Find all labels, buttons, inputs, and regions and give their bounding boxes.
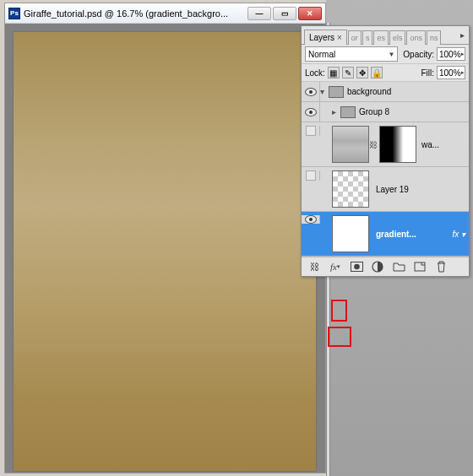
layer-mask-icon[interactable] bbox=[349, 260, 364, 273]
mask-thumbnail[interactable] bbox=[379, 126, 416, 163]
delete-layer-icon[interactable] bbox=[433, 260, 449, 273]
layer-row[interactable]: ▸ Group 8 bbox=[302, 102, 469, 122]
blend-opacity-row: Normal ▼ Opacity: 100%▸ bbox=[302, 45, 469, 64]
tab-other[interactable]: or bbox=[348, 30, 362, 45]
fill-label: Fill: bbox=[421, 68, 434, 78]
tab-other[interactable]: ons bbox=[406, 30, 426, 45]
folder-icon bbox=[329, 86, 344, 98]
tab-other[interactable]: s bbox=[362, 30, 373, 45]
highlight-box bbox=[328, 327, 351, 347]
visibility-toggle[interactable] bbox=[306, 170, 316, 181]
layer-row[interactable]: ▾ background bbox=[302, 82, 469, 102]
fx-badge[interactable]: fx ▾ bbox=[452, 230, 465, 239]
dropdown-icon: ▼ bbox=[388, 51, 394, 58]
eye-icon[interactable] bbox=[305, 88, 317, 96]
svg-rect-3 bbox=[415, 262, 425, 271]
document-title: Giraffe_tutorial.psd @ 16.7% (gradient_b… bbox=[24, 8, 247, 19]
blend-mode-select[interactable]: Normal ▼ bbox=[305, 46, 398, 62]
svg-point-1 bbox=[354, 264, 360, 270]
panel-footer: ⛓ fx▾ bbox=[302, 257, 469, 276]
tab-other[interactable]: ns bbox=[427, 30, 442, 45]
panel-menu-icon[interactable]: ▸ bbox=[457, 30, 467, 40]
collapse-toggle[interactable]: ▸ bbox=[332, 107, 340, 116]
opacity-input[interactable]: 100%▸ bbox=[437, 47, 465, 61]
document-window: Ps Giraffe_tutorial.psd @ 16.7% (gradien… bbox=[4, 3, 326, 473]
link-layers-icon[interactable]: ⛓ bbox=[307, 260, 322, 273]
tab-other[interactable]: els bbox=[389, 30, 406, 45]
layer-name: gradient... bbox=[376, 230, 416, 239]
layer-name: Layer 19 bbox=[376, 185, 409, 194]
layers-list: ▾ background ▸ Group 8 ⛓ wa... bbox=[302, 82, 469, 257]
highlight-box bbox=[331, 300, 347, 322]
layer-thumbnail[interactable] bbox=[332, 215, 369, 252]
opacity-label: Opacity: bbox=[403, 50, 434, 59]
layer-thumbnail[interactable] bbox=[332, 170, 369, 208]
mask-link-icon[interactable]: ⛓ bbox=[369, 140, 376, 149]
blend-mode-value: Normal bbox=[308, 50, 335, 59]
maximize-button[interactable]: ▭ bbox=[273, 7, 296, 20]
layer-thumbnail[interactable] bbox=[332, 126, 369, 163]
lock-label: Lock: bbox=[305, 68, 325, 78]
collapse-toggle[interactable]: ▾ bbox=[320, 87, 329, 96]
layer-name: Group 8 bbox=[359, 107, 389, 116]
folder-icon bbox=[340, 106, 356, 118]
document-titlebar[interactable]: Ps Giraffe_tutorial.psd @ 16.7% (gradien… bbox=[5, 3, 325, 24]
layer-name: background bbox=[347, 87, 391, 96]
layer-row-selected[interactable]: gradient... fx ▾ bbox=[302, 212, 469, 257]
lock-pixels-icon[interactable]: ✎ bbox=[342, 67, 354, 78]
layer-style-icon[interactable]: fx▾ bbox=[328, 260, 343, 273]
eye-icon[interactable] bbox=[305, 108, 317, 116]
layer-row[interactable]: ⛓ wa... bbox=[302, 122, 469, 167]
minimize-button[interactable]: — bbox=[247, 7, 271, 20]
eye-icon[interactable] bbox=[305, 215, 317, 224]
canvas-area[interactable] bbox=[5, 24, 325, 473]
layer-row[interactable]: Layer 19 bbox=[302, 167, 469, 212]
adjustment-layer-icon[interactable] bbox=[370, 260, 385, 273]
lock-transparency-icon[interactable]: ▦ bbox=[328, 67, 340, 78]
fill-input[interactable]: 100%▸ bbox=[437, 66, 465, 79]
lock-position-icon[interactable]: ✥ bbox=[356, 67, 368, 78]
tab-other[interactable]: es bbox=[373, 30, 389, 45]
new-group-icon[interactable] bbox=[391, 260, 406, 273]
visibility-toggle[interactable] bbox=[306, 126, 316, 136]
lock-all-icon[interactable]: 🔒 bbox=[371, 67, 383, 78]
tab-layers[interactable]: Layers× bbox=[304, 30, 347, 45]
app-icon: Ps bbox=[8, 8, 20, 19]
panel-tabs: Layers× or s es els ons ns bbox=[302, 26, 469, 45]
layer-name: wa... bbox=[421, 140, 439, 149]
document-canvas[interactable] bbox=[14, 32, 316, 471]
layers-panel: ▸ Layers× or s es els ons ns Normal ▼ Op… bbox=[301, 25, 470, 277]
close-button[interactable]: ✕ bbox=[298, 7, 322, 20]
new-layer-icon[interactable] bbox=[412, 260, 427, 273]
lock-fill-row: Lock: ▦ ✎ ✥ 🔒 Fill: 100%▸ bbox=[302, 64, 469, 82]
